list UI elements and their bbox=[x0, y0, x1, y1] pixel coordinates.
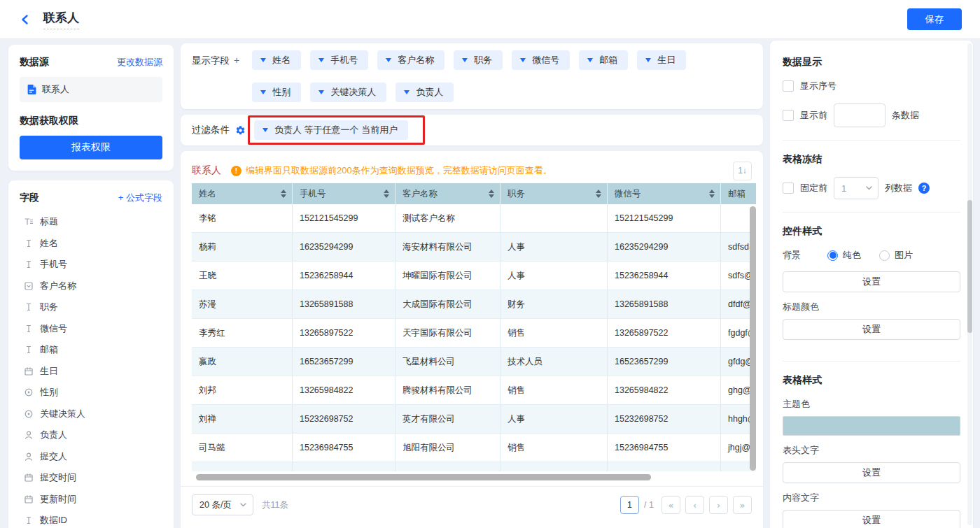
chip-label: 生日 bbox=[657, 54, 676, 66]
field-item-title[interactable]: 标题 bbox=[20, 211, 162, 233]
sort-icon[interactable] bbox=[596, 190, 601, 199]
freeze-count-select[interactable]: 1 bbox=[834, 177, 878, 199]
field-item-birthday[interactable]: 生日 bbox=[20, 361, 162, 383]
horizontal-scrollbar[interactable] bbox=[192, 474, 756, 480]
freeze-checkbox[interactable] bbox=[783, 183, 794, 194]
person-icon bbox=[23, 451, 34, 462]
column-header[interactable]: 微信号 bbox=[608, 183, 721, 204]
column-header[interactable]: 姓名 bbox=[192, 183, 293, 204]
page-size-select[interactable]: 20 条/页 bbox=[192, 494, 253, 515]
field-item-wechat[interactable]: 微信号 bbox=[20, 318, 162, 340]
add-display-field-button[interactable]: + bbox=[234, 55, 239, 66]
field-item-email[interactable]: 邮箱 bbox=[20, 339, 162, 361]
table-row[interactable]: 王晓15236258944坤曜国际有限公司人事15236258944sdfs@1 bbox=[192, 262, 756, 290]
first-page-button[interactable]: « bbox=[662, 496, 680, 514]
display-chip[interactable]: 负责人 bbox=[396, 83, 454, 102]
sort-icon[interactable] bbox=[281, 190, 286, 199]
table-row[interactable]: 刘禅15232698752英才有限公司人事15232698752hhgh@ bbox=[192, 405, 756, 434]
add-formula-field-link[interactable]: + 公式字段 bbox=[118, 192, 162, 204]
display-chip[interactable]: 邮箱 bbox=[579, 50, 628, 70]
chevron-down-icon bbox=[645, 58, 651, 62]
display-chip[interactable]: 生日 bbox=[637, 50, 686, 70]
cell: 财务 bbox=[500, 290, 608, 318]
save-button[interactable]: 保存 bbox=[907, 8, 962, 30]
field-item-decision-maker[interactable]: 关键决策人 bbox=[20, 404, 162, 425]
sort-icon[interactable] bbox=[384, 190, 389, 199]
header-text-set-button[interactable]: 设置 bbox=[783, 462, 960, 483]
display-chip[interactable]: 性别 bbox=[252, 83, 301, 102]
theme-color-swatch[interactable] bbox=[783, 416, 960, 436]
page-title: 联系人 bbox=[43, 10, 79, 29]
table-row[interactable]: 苏漫13265891588大成国际有限公司财务13265891588dfdf@1 bbox=[192, 290, 756, 319]
cell: 16523657299 bbox=[293, 348, 396, 376]
display-chip[interactable]: 关键决策人 bbox=[310, 83, 386, 102]
show-first-count-input[interactable] bbox=[834, 104, 886, 127]
solid-color-option[interactable]: 纯色 bbox=[827, 249, 861, 262]
table-row[interactable]: 李秀红13265897522天宇国际有限公司销售13265897522fgdgf… bbox=[192, 319, 756, 348]
prev-page-button[interactable]: ‹ bbox=[685, 496, 704, 514]
vertical-scrollbar[interactable] bbox=[750, 206, 756, 471]
sort-icon[interactable] bbox=[489, 190, 494, 199]
warning-icon: ! bbox=[231, 166, 241, 176]
sort-order-button[interactable]: 1↓ bbox=[733, 162, 752, 180]
cell: 英才有限公司 bbox=[396, 405, 500, 433]
table-row[interactable]: 司马懿15236984755旭阳有限公司销售15236984755jhgj@16 bbox=[192, 434, 756, 462]
field-item-phone[interactable]: 手机号 bbox=[20, 254, 162, 276]
show-first-checkbox[interactable] bbox=[783, 110, 794, 121]
current-page-input[interactable]: 1 bbox=[620, 496, 639, 514]
preview-notice: ! 编辑界面只取数据源前200条作为查询数据预览，完整数据请访问页面查看。 bbox=[231, 164, 552, 177]
background-set-button[interactable]: 设置 bbox=[783, 271, 960, 292]
display-chip[interactable]: 职务 bbox=[454, 50, 503, 70]
content-text-set-button[interactable]: 设置 bbox=[783, 510, 960, 528]
image-option[interactable]: 图片 bbox=[879, 249, 913, 262]
table-row[interactable]: 杨莉16235294299海安材料有限公司人事16235294299sdfsd@ bbox=[192, 233, 756, 262]
display-chip[interactable]: 手机号 bbox=[310, 50, 368, 70]
next-page-button[interactable]: › bbox=[709, 496, 728, 514]
filter-condition-chip[interactable]: 负责人 等于任意一个 当前用户 bbox=[254, 120, 408, 140]
cell: 人事 bbox=[500, 262, 608, 290]
theme-color-label: 主题色 bbox=[783, 398, 960, 411]
cell: 飞星材料公司 bbox=[396, 348, 500, 376]
field-item-position[interactable]: 职务 bbox=[20, 297, 162, 318]
field-item-owner[interactable]: 负责人 bbox=[20, 424, 162, 446]
column-header[interactable]: 职务 bbox=[500, 183, 608, 204]
field-item-update-time[interactable]: 更新时间 bbox=[20, 489, 162, 511]
display-chip[interactable]: 微信号 bbox=[512, 50, 570, 70]
show-index-checkbox[interactable] bbox=[783, 80, 794, 92]
datasource-panel: 数据源 更改数据源 联系人 数据获取权限 报表权限 bbox=[8, 45, 174, 171]
field-item-submit-time[interactable]: 提交时间 bbox=[20, 467, 162, 489]
sort-icon[interactable] bbox=[709, 190, 715, 199]
freeze-heading: 表格冻结 bbox=[783, 153, 960, 166]
column-header[interactable]: 客户名称 bbox=[396, 183, 500, 204]
chevron-down-icon bbox=[262, 128, 268, 132]
table-row[interactable]: 刘邦13265984822腾骏材料有限公司销售13265984822ghg@16 bbox=[192, 376, 756, 405]
title-color-set-button[interactable]: 设置 bbox=[783, 319, 960, 340]
last-page-button[interactable]: » bbox=[733, 496, 752, 514]
field-item-customer-name[interactable]: 客户名称 bbox=[20, 276, 162, 297]
field-item-submitter[interactable]: 提交人 bbox=[20, 446, 162, 468]
help-icon[interactable]: ? bbox=[918, 183, 930, 194]
panel-scrollbar-thumb[interactable] bbox=[967, 200, 972, 333]
table-row[interactable]: 李铭152121545299测试客户名称152121545299 bbox=[192, 204, 756, 233]
cell: 人事 bbox=[500, 233, 608, 261]
change-datasource-link[interactable]: 更改数据源 bbox=[117, 56, 162, 69]
field-item-data-id[interactable]: 数据ID bbox=[20, 510, 162, 528]
field-item-name[interactable]: 姓名 bbox=[20, 233, 162, 255]
text-icon bbox=[23, 259, 34, 270]
gear-icon[interactable] bbox=[235, 125, 246, 136]
field-item-gender[interactable]: 性别 bbox=[20, 382, 162, 404]
chip-label: 手机号 bbox=[330, 54, 358, 66]
select-icon bbox=[23, 280, 34, 291]
field-label: 数据ID bbox=[40, 514, 67, 527]
display-chip[interactable]: 姓名 bbox=[252, 50, 301, 70]
table-row[interactable]: 嬴政16523657299飞星材料公司技术人员16523657299gfdg@1 bbox=[192, 348, 756, 376]
back-icon[interactable] bbox=[18, 13, 32, 27]
column-header[interactable]: 手机号 bbox=[293, 183, 396, 204]
report-permission-button[interactable]: 报表权限 bbox=[20, 136, 162, 159]
display-chip[interactable]: 客户名称 bbox=[377, 50, 444, 70]
cell bbox=[500, 204, 608, 232]
cell: 销售 bbox=[500, 434, 608, 462]
datasource-item[interactable]: 联系人 bbox=[20, 77, 162, 102]
column-header[interactable]: 邮箱 bbox=[721, 183, 756, 204]
cell: 司马懿 bbox=[192, 434, 293, 462]
